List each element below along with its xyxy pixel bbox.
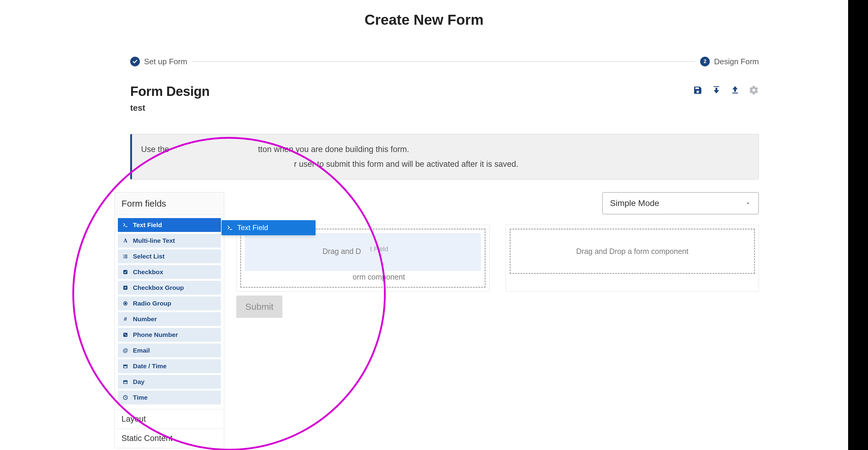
field-item-label: Phone Number: [133, 331, 178, 338]
sidebar-header[interactable]: Form fields: [115, 192, 224, 215]
field-item-label: Day: [133, 378, 145, 386]
drop-text-col1a: Drag and D: [322, 247, 361, 256]
field-item-time[interactable]: Time: [118, 391, 221, 404]
field-item-radio-group[interactable]: Radio Group: [118, 297, 221, 310]
terminal-icon: [122, 222, 129, 228]
field-item-label: Time: [133, 394, 148, 401]
info-line1-prefix: Use the: [141, 145, 169, 154]
info-line1-suffix: tton when you are done building this for…: [258, 145, 409, 154]
wizard-step-2-label: Design Form: [714, 57, 759, 66]
form-fields-sidebar: Form fields Text FieldAMulti-line TextSe…: [115, 192, 224, 448]
drag-ghost-label: Text Field: [237, 223, 268, 232]
sidebar-category-layout[interactable]: Layout: [115, 409, 224, 428]
calendar-icon: [122, 379, 129, 385]
info-line2-suffix: r user to submit this form and will be a…: [294, 159, 518, 169]
form-canvas: Simple Mode t Field Drag and D: [236, 192, 759, 292]
wizard-step-1-label: Set up Form: [144, 57, 187, 66]
wizard-step-2-number: 2: [700, 57, 710, 66]
hash-icon: #: [122, 316, 129, 323]
svg-rect-3: [123, 256, 124, 257]
list-icon: [122, 254, 129, 259]
plus-square-icon: [122, 285, 129, 291]
font-icon: A: [122, 238, 129, 244]
submit-button[interactable]: Submit: [236, 296, 282, 318]
wizard-step-1[interactable]: Set up Form: [130, 57, 187, 66]
section-subtitle: test: [130, 103, 759, 113]
sidebar-list: Text FieldAMulti-line TextSelect ListChe…: [115, 215, 224, 409]
sidebar-category-static[interactable]: Static Content: [115, 428, 224, 448]
right-black-bar: [848, 0, 868, 450]
svg-point-12: [125, 303, 126, 304]
field-item-label: Email: [133, 347, 150, 354]
svg-rect-18: [124, 366, 127, 368]
svg-rect-15: [123, 365, 127, 366]
field-item-label: Date / Time: [133, 363, 167, 370]
drop-zone-placeholder-field: [245, 233, 481, 271]
field-item-email[interactable]: @Email: [118, 343, 221, 357]
save-icon[interactable]: [692, 85, 703, 95]
canvas-column-2[interactable]: Drag and Drop a form component: [506, 225, 759, 292]
terminal-icon: [227, 225, 233, 231]
field-item-checkbox[interactable]: Checkbox: [118, 265, 221, 279]
at-icon: @: [122, 348, 129, 354]
svg-rect-5: [123, 258, 124, 258]
drop-zone-field-hint: t Field: [370, 245, 388, 253]
field-item-phone-number[interactable]: Phone Number: [118, 328, 221, 342]
download-icon[interactable]: [711, 85, 721, 95]
mode-select[interactable]: Simple Mode: [602, 192, 759, 214]
drop-text-col1b: orm component: [352, 273, 405, 281]
info-banner: Use the tton when you are done building …: [130, 134, 759, 179]
field-item-checkbox-group[interactable]: Checkbox Group: [118, 281, 221, 295]
wizard-step-2[interactable]: 2 Design Form: [700, 57, 759, 66]
field-item-label: Number: [133, 316, 157, 323]
field-item-multi-line-text[interactable]: AMulti-line Text: [118, 234, 221, 248]
mode-select-value: Simple Mode: [610, 199, 659, 208]
field-item-label: Multi-line Text: [133, 237, 175, 244]
svg-rect-7: [123, 270, 127, 274]
field-item-label: Checkbox: [133, 268, 163, 276]
wizard-steps: Set up Form 2 Design Form: [130, 56, 759, 67]
drop-zone-1[interactable]: t Field Drag and D orm component: [240, 229, 486, 288]
svg-rect-2: [124, 255, 127, 256]
drag-ghost-text-field: Text Field: [221, 220, 315, 235]
page-title: Create New Form: [0, 11, 848, 28]
drop-text-col2: Drag and Drop a form component: [576, 247, 688, 256]
field-item-number[interactable]: #Number: [118, 312, 221, 326]
svg-rect-1: [123, 255, 124, 256]
upload-icon[interactable]: [730, 85, 740, 95]
svg-rect-6: [124, 258, 127, 258]
check-square-icon: [122, 269, 129, 275]
gear-icon[interactable]: [749, 85, 759, 95]
field-item-label: Select List: [133, 253, 164, 260]
toolbar: [692, 85, 759, 95]
field-item-label: Radio Group: [133, 300, 171, 307]
check-icon: [130, 57, 140, 66]
field-item-text-field[interactable]: Text Field: [118, 218, 221, 232]
field-item-select-list[interactable]: Select List: [118, 249, 221, 263]
phone-square-icon: [122, 332, 129, 337]
field-item-label: Checkbox Group: [133, 284, 184, 291]
field-item-day[interactable]: Day: [118, 375, 221, 389]
svg-rect-20: [123, 380, 127, 382]
field-item-date-time[interactable]: Date / Time: [118, 359, 221, 373]
chevron-down-icon: [745, 200, 751, 206]
dot-circle-icon: [122, 301, 129, 306]
svg-rect-4: [124, 256, 127, 257]
drop-zone-2[interactable]: Drag and Drop a form component: [510, 229, 755, 274]
clock-icon: [122, 395, 129, 400]
svg-rect-23: [124, 382, 127, 383]
section-title: Form Design: [130, 84, 759, 99]
calendar-icon: [122, 363, 129, 369]
field-item-label: Text Field: [133, 221, 162, 229]
wizard-connector: [192, 61, 695, 62]
